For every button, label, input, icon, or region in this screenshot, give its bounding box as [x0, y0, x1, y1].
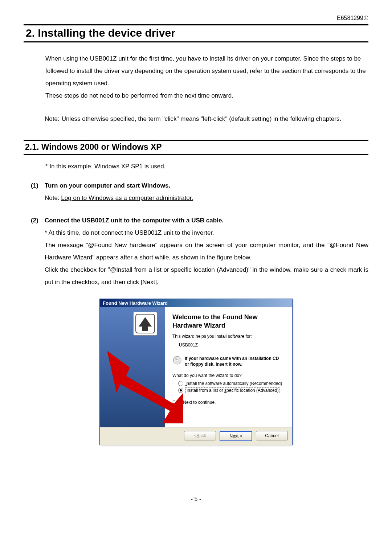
- dialog-screenshot: Found New Hardware Wizard Welc: [24, 299, 368, 445]
- step-2-line-2: The message "@Found New hardware" appear…: [45, 239, 368, 264]
- document-id: E6581299①: [24, 15, 368, 21]
- note-block: Note: Unless otherwise specified, the te…: [45, 113, 368, 125]
- dialog-cd-line-1: If your hardware came with an installati…: [185, 356, 279, 361]
- radio2-label-pre: Install from a list or: [187, 388, 224, 393]
- section-heading-1: 2. Installing the device driver: [26, 27, 368, 39]
- step-2-body: * At this time, do not connect the USB00…: [45, 227, 368, 288]
- dialog-heading: Welcome to the Found New Hardware Wizard: [172, 313, 285, 329]
- dialog-heading-line-1: Welcome to the Found New: [172, 313, 258, 321]
- dialog-left-panel: [100, 307, 165, 427]
- step-1: (1) Turn on your computer and start Wind…: [31, 180, 368, 204]
- radio-install-automatically[interactable]: Install the software automatically (Reco…: [178, 381, 285, 386]
- radio2-label-rest: pecific location (Advanced): [226, 388, 278, 393]
- step-2-line-1: * At this time, do not connect the USB00…: [45, 227, 368, 239]
- back-button-accel: B: [196, 433, 199, 438]
- step-1-note-underlined: Log on to Windows as a computer administ…: [61, 194, 193, 201]
- cd-icon: [172, 356, 182, 365]
- dialog-question: What do you want the wizard to do?: [172, 373, 285, 378]
- next-button-rest: ext >: [233, 434, 242, 439]
- step-2-title: Connect the USB001Z unit to the computer…: [45, 214, 224, 227]
- svg-point-4: [175, 358, 176, 360]
- step-1-number: (1): [31, 180, 45, 192]
- dialog-helps-text: This wizard helps you install software f…: [172, 334, 285, 339]
- step-1-note-prefix: Note:: [45, 194, 61, 201]
- radio-unselected-icon: [178, 381, 183, 386]
- back-button-pre: <: [194, 433, 196, 438]
- back-button: < Back: [184, 431, 216, 440]
- radio-selected-icon: [178, 388, 183, 393]
- step-2: (2) Connect the USB001Z unit to the comp…: [31, 214, 368, 288]
- dialog-cd-hint: If your hardware came with an installati…: [172, 356, 285, 367]
- back-button-rest: ack: [199, 433, 206, 438]
- dialog-titlebar: Found New Hardware Wizard: [100, 299, 292, 307]
- svg-point-3: [176, 359, 178, 361]
- intro-paragraph-1: When using the USB001Z unit for the firs…: [45, 53, 368, 90]
- next-button[interactable]: Next >: [220, 431, 252, 441]
- section-heading-1-container: 2. Installing the device driver: [24, 24, 368, 42]
- step-2-line-3: Click the checkbox for "@Install from a …: [45, 264, 368, 288]
- intro-text: When using the USB001Z unit for the firs…: [45, 53, 368, 102]
- step-1-body: Note: Log on to Windows as a computer ad…: [45, 192, 368, 204]
- section-heading-2-container: 2.1. Windows 2000 or Windows XP: [24, 140, 368, 155]
- page-number: - 5 -: [24, 496, 368, 502]
- step-2-number: (2): [31, 214, 45, 227]
- dialog-device-name: USB001Z: [179, 342, 285, 348]
- radio-install-from-list[interactable]: Install from a list or specific location…: [178, 387, 285, 393]
- cancel-button[interactable]: Cancel: [256, 431, 288, 440]
- dialog-continue-text: Click Next to continue.: [172, 400, 285, 405]
- step-1-title: Turn on your computer and start Windows.: [45, 180, 170, 192]
- intro-paragraph-2: These steps do not need to be performed …: [45, 90, 368, 102]
- radio1-label: nstall the software automatically (Recom…: [187, 381, 282, 386]
- note-text: Unless otherwise specified, the term "cl…: [62, 113, 342, 125]
- next-button-accel: N: [229, 434, 233, 439]
- dialog-cd-line-2: or floppy disk, insert it now.: [185, 362, 242, 367]
- dialog-footer: < Back Next > Cancel: [100, 427, 292, 445]
- device-icon: [133, 312, 157, 336]
- section-heading-2: 2.1. Windows 2000 or Windows XP: [25, 142, 368, 152]
- dialog-heading-line-2: Hardware Wizard: [172, 322, 225, 329]
- example-note: * In this example, Windows XP SP1 is use…: [45, 163, 368, 170]
- note-label: Note:: [45, 113, 60, 125]
- found-new-hardware-wizard-window: Found New Hardware Wizard Welc: [99, 299, 293, 445]
- dialog-right-panel: Welcome to the Found New Hardware Wizard…: [165, 307, 292, 427]
